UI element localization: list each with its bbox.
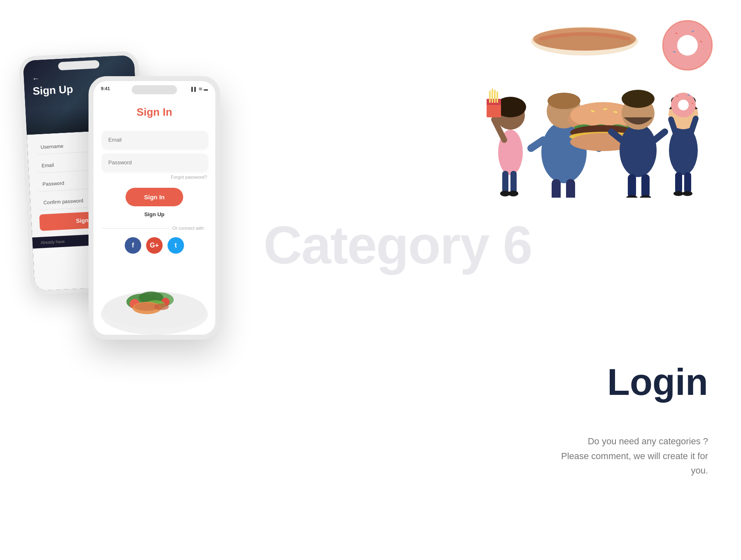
google-plus-icon[interactable]: G+: [146, 237, 163, 254]
svg-point-40: [508, 191, 518, 196]
svg-rect-36: [496, 91, 498, 103]
divider-row: Or connect with: [102, 226, 207, 231]
phone-front: 9:41 ▌▌ ≋ ▬ Sign In Forgot password? Sig…: [89, 76, 220, 340]
svg-point-58: [620, 124, 657, 177]
svg-rect-38: [510, 171, 517, 194]
facebook-icon[interactable]: f: [125, 237, 141, 254]
svg-point-66: [640, 195, 651, 198]
email-input[interactable]: [102, 131, 207, 149]
phone-front-notch: [132, 85, 177, 94]
svg-rect-64: [641, 174, 650, 198]
svg-rect-34: [492, 89, 493, 103]
svg-rect-63: [628, 174, 636, 198]
svg-line-44: [531, 140, 543, 148]
svg-point-60: [622, 90, 655, 108]
forgot-password-link[interactable]: Forgot password?: [102, 175, 207, 180]
signup-link[interactable]: Sign Up: [102, 211, 207, 217]
phone-front-content: Sign In Forgot password? Sign In Sign Up…: [93, 81, 215, 262]
illustration-area: [473, 12, 720, 198]
sign-in-title: Sign In: [102, 106, 207, 119]
svg-point-16: [154, 303, 169, 310]
description-line2: Please comment, we will create it for: [561, 449, 708, 463]
twitter-icon[interactable]: t: [168, 237, 184, 254]
category-watermark: Category 6: [263, 214, 532, 276]
svg-point-79: [673, 191, 683, 196]
right-section: Category 6 Login Do you need any categor…: [263, 0, 741, 560]
main-illustration: [473, 12, 720, 198]
phone-front-status-icons: ▌▌ ≋ ▬: [191, 86, 208, 92]
svg-point-43: [548, 93, 580, 109]
description-line1: Do you need any categories ?: [561, 434, 708, 448]
svg-rect-77: [675, 172, 682, 194]
phone-front-food-image: [93, 261, 215, 335]
svg-point-65: [626, 195, 638, 198]
phone-back-arrow[interactable]: ←: [32, 74, 40, 83]
description-text: Do you need any categories ? Please comm…: [561, 434, 708, 478]
divider-line-left: [102, 228, 169, 229]
svg-rect-32: [487, 99, 501, 105]
svg-rect-33: [489, 91, 491, 103]
svg-point-73: [678, 100, 689, 110]
password-input[interactable]: [102, 154, 207, 171]
description-line3: you.: [561, 463, 708, 478]
signin-button[interactable]: Sign In: [126, 188, 184, 206]
svg-point-19: [535, 32, 634, 50]
svg-line-62: [655, 132, 665, 140]
svg-rect-37: [502, 171, 508, 194]
svg-rect-47: [566, 179, 575, 198]
svg-rect-46: [552, 179, 561, 198]
social-icons-row: f G+ t: [102, 237, 207, 254]
svg-rect-35: [494, 90, 496, 103]
svg-point-80: [683, 191, 692, 196]
svg-rect-78: [684, 172, 691, 194]
phone-front-status-time: 9:41: [101, 86, 110, 91]
phone-back-title: Sign Up: [33, 83, 74, 98]
login-title: Login: [607, 361, 708, 404]
svg-point-21: [677, 35, 698, 56]
divider-text: Or connect with: [172, 226, 204, 231]
